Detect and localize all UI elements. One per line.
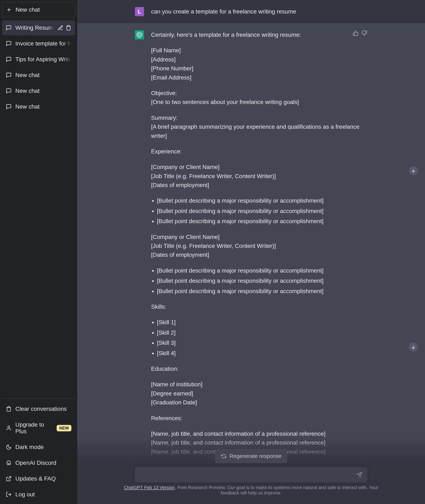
- assistant-text: Certainly, here's a template for a freel…: [151, 30, 367, 499]
- references-heading: References:: [151, 414, 367, 423]
- exp-bullet: [Bullet point describing a major respons…: [157, 207, 367, 215]
- scroll-down-button[interactable]: [409, 343, 418, 352]
- clear-conversations-button[interactable]: Clear conversations: [2, 402, 75, 417]
- logout-button[interactable]: Log out: [2, 487, 75, 502]
- exp-bullet: [Bullet point describing a major respons…: [157, 196, 367, 205]
- edu-institution: [Name of institution]: [151, 380, 367, 389]
- send-icon[interactable]: [357, 472, 362, 478]
- discord-button[interactable]: OpenAI Discord: [2, 455, 75, 470]
- exp-bullet: [Bullet point describing a major respons…: [157, 266, 367, 275]
- message-input[interactable]: [140, 471, 357, 478]
- resume-phone: [Phone Number]: [151, 64, 367, 73]
- exp-dates: [Dates of employment]: [151, 181, 367, 189]
- assistant-message: Certainly, here's a template for a freel…: [77, 23, 425, 504]
- chat-item[interactable]: New chat: [2, 99, 75, 114]
- skill-item: [Skill 3]: [157, 338, 367, 347]
- assistant-avatar: [135, 30, 144, 40]
- exp-bullets: [Bullet point describing a major respons…: [151, 266, 367, 296]
- new-badge: NEW: [57, 425, 71, 431]
- arrow-down-icon: [411, 344, 416, 350]
- dark-label: Dark mode: [15, 444, 44, 450]
- updates-label: Updates & FAQ: [15, 475, 56, 482]
- sidebar: New chat Writing Resume Templ Invoice te…: [0, 0, 77, 504]
- external-link-icon: [6, 476, 12, 482]
- chat-item[interactable]: Invoice template for freelance: [2, 36, 75, 51]
- new-chat-button[interactable]: New chat: [2, 2, 75, 17]
- chat-list: Writing Resume Templ Invoice template fo…: [2, 20, 75, 396]
- chat-item[interactable]: New chat: [2, 68, 75, 83]
- skill-item: [Skill 1]: [157, 318, 367, 327]
- assistant-intro: Certainly, here's a template for a freel…: [151, 30, 367, 39]
- discord-label: OpenAI Discord: [15, 460, 56, 466]
- summary-heading: Summary:: [151, 113, 367, 122]
- upgrade-label: Upgrade to Plus: [15, 421, 53, 435]
- message-input-box[interactable]: [135, 467, 367, 482]
- new-chat-label: New chat: [16, 7, 40, 13]
- exp-bullet: [Bullet point describing a major respons…: [157, 276, 367, 285]
- user-avatar: L: [135, 7, 144, 16]
- disclaimer-text: . Free Research Preview. Our goal is to …: [175, 485, 378, 496]
- chat-icon: [6, 88, 12, 94]
- logout-label: Log out: [15, 491, 35, 498]
- divider: [2, 398, 76, 399]
- exp-bullet: [Bullet point describing a major respons…: [157, 217, 367, 226]
- version-link[interactable]: ChatGPT Feb 13 Version: [124, 485, 175, 490]
- resume-address: [Address]: [151, 55, 367, 64]
- refresh-icon: [221, 454, 227, 459]
- conversation-thread: L can you create a template for a freela…: [77, 0, 425, 504]
- discord-icon: [6, 460, 12, 466]
- main-area: L can you create a template for a freela…: [77, 0, 425, 504]
- chat-item-label: Tips for Aspiring Writers: [15, 56, 71, 63]
- chat-icon: [6, 104, 12, 110]
- chat-item-label: New chat: [15, 87, 71, 94]
- edit-icon[interactable]: [58, 25, 64, 31]
- regenerate-label: Regenerate response: [230, 453, 281, 459]
- skills-heading: Skills:: [151, 302, 367, 311]
- disclaimer: ChatGPT Feb 13 Version. Free Research Pr…: [120, 485, 382, 496]
- chat-item[interactable]: New chat: [2, 83, 75, 98]
- openai-icon: [136, 32, 143, 38]
- exp-bullet: [Bullet point describing a major respons…: [157, 287, 367, 296]
- moon-icon: [6, 444, 12, 450]
- dark-mode-button[interactable]: Dark mode: [2, 440, 75, 455]
- chat-icon: [6, 25, 12, 31]
- chat-icon: [6, 72, 12, 78]
- exp-company: [Company or Client Name]: [151, 162, 367, 171]
- trash-icon: [6, 406, 12, 412]
- trash-icon[interactable]: [66, 25, 71, 31]
- scroll-down-button[interactable]: [409, 166, 418, 175]
- skills-list: [Skill 1] [Skill 2] [Skill 3] [Skill 4]: [151, 318, 367, 358]
- chat-item[interactable]: Tips for Aspiring Writers: [2, 52, 75, 67]
- upgrade-button[interactable]: Upgrade to PlusNEW: [2, 417, 75, 439]
- chat-icon: [6, 41, 12, 47]
- bottom-bar: Regenerate response ChatGPT Feb 13 Versi…: [77, 435, 425, 504]
- logout-icon: [6, 491, 12, 497]
- resume-email: [Email Address]: [151, 73, 367, 82]
- experience-heading: Experience:: [151, 147, 367, 156]
- plus-icon: [6, 7, 12, 13]
- chat-item-label: New chat: [15, 72, 71, 79]
- exp-dates: [Dates of employment]: [151, 250, 367, 259]
- arrow-down-icon: [411, 168, 416, 174]
- chat-item-label: Invoice template for freelance: [15, 40, 71, 47]
- education-heading: Education:: [151, 364, 367, 373]
- thumbs-down-icon[interactable]: [361, 30, 367, 36]
- skill-item: [Skill 4]: [157, 349, 367, 358]
- chat-item-label: Writing Resume Templ: [15, 25, 54, 31]
- edu-date: [Graduation Date]: [151, 398, 367, 407]
- chat-item-label: New chat: [15, 103, 71, 110]
- chat-icon: [6, 56, 12, 62]
- updates-button[interactable]: Updates & FAQ: [2, 471, 75, 486]
- chat-item-active[interactable]: Writing Resume Templ: [2, 20, 75, 35]
- thumbs-up-icon[interactable]: [353, 30, 359, 36]
- summary-text: [A brief paragraph summarizing your expe…: [151, 122, 367, 140]
- exp-title: [Job Title (e.g. Freelance Writer, Conte…: [151, 172, 367, 181]
- objective-heading: Objective:: [151, 89, 367, 98]
- edu-degree: [Degree earned]: [151, 389, 367, 398]
- exp-title: [Job Title (e.g. Freelance Writer, Conte…: [151, 242, 367, 250]
- regenerate-button[interactable]: Regenerate response: [215, 450, 287, 463]
- exp-bullets: [Bullet point describing a major respons…: [151, 196, 367, 226]
- user-icon: [6, 425, 12, 431]
- clear-label: Clear conversations: [15, 406, 66, 412]
- objective-text: [One to two sentences about your freelan…: [151, 98, 367, 107]
